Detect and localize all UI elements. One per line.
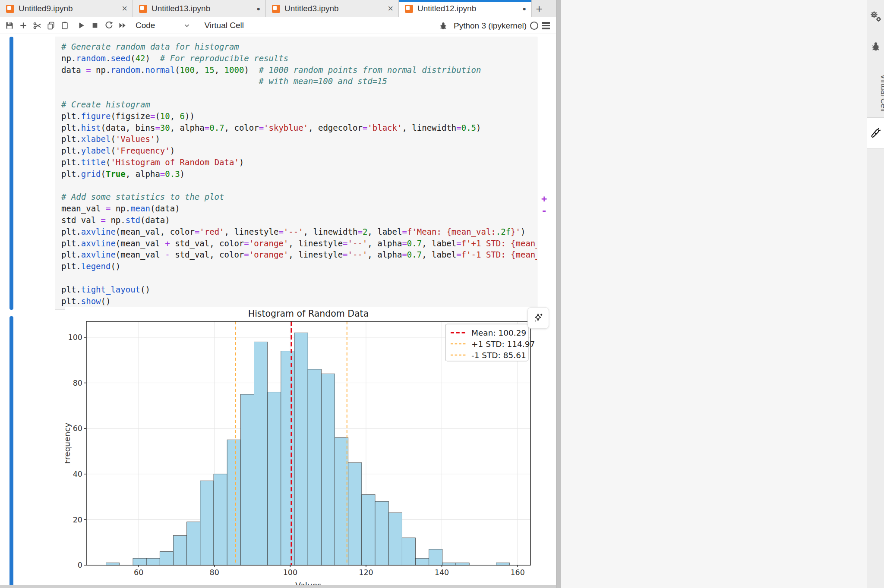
notebook-file-icon [139,5,147,13]
copy-cell-button[interactable] [44,19,58,32]
svg-text:160: 160 [510,568,524,577]
tab-untitled12-active[interactable]: Untitled12.ipynb ● [399,0,532,17]
restart-run-all-button[interactable] [116,19,129,32]
cut-cell-button[interactable] [30,19,44,32]
svg-text:Histogram of Random Data: Histogram of Random Data [248,308,369,319]
ai-sparkle-button[interactable] [527,307,549,329]
svg-text:20: 20 [73,516,82,524]
carrot-icon [870,127,881,138]
unsaved-dot-icon[interactable]: ● [523,5,526,12]
sidebar-tab-virtual-cell[interactable]: Virtual Cell [871,69,884,116]
menu-hamburger-icon[interactable] [542,22,550,29]
notebook-toolbar: Code Virtual Cell Python 3 (ipykernel) [0,17,556,34]
run-cell-button[interactable] [74,19,88,32]
run-cell-ai-panel: Run Cell AI Click to connect C + New Cha… [561,0,867,588]
output-histogram: 6080100120140160020406080100Histogram of… [65,307,557,588]
notebook-file-icon [272,5,280,13]
debugger-bug-icon[interactable] [436,19,450,32]
sidebar-tab-run-cell-ai-active[interactable] [867,117,884,148]
output-cell-indicator[interactable] [9,316,13,588]
kernel-status-icon [530,22,538,30]
add-cell-button[interactable] [16,19,30,32]
stop-kernel-button[interactable] [88,19,102,32]
tab-untitled9[interactable]: Untitled9.ipynb × [0,0,133,17]
tab-label: Untitled13.ipynb [152,4,257,13]
property-inspector-gears-icon[interactable] [867,10,884,22]
close-icon[interactable]: × [122,4,127,13]
chevron-down-icon[interactable] [180,19,194,32]
tab-bar: Untitled9.ipynb × Untitled13.ipynb ● Unt… [0,0,556,17]
new-tab-button[interactable]: + [532,0,546,17]
tab-label: Untitled3.ipynb [284,4,388,13]
tab-label: Untitled12.ipynb [417,4,523,13]
notebook-file-icon [405,5,413,13]
notebook-area: Untitled9.ipynb × Untitled13.ipynb ● Unt… [0,0,556,588]
code-cell[interactable]: # Generate random data for histogramnp.r… [55,37,537,310]
svg-text:140: 140 [435,568,449,577]
svg-text:Frequency: Frequency [65,423,72,464]
virtual-cell-mode-label: Virtual Cell [204,21,244,30]
restart-kernel-button[interactable] [102,19,116,32]
svg-text:-1 STD: 85.61: -1 STD: 85.61 [471,351,526,360]
notebook-file-icon [6,5,14,13]
right-sidebar-rail: Virtual Cell [867,0,884,588]
panel-splitter[interactable] [556,0,561,588]
svg-text:120: 120 [359,568,373,577]
active-cell-indicator[interactable] [9,37,13,310]
kernel-name[interactable]: Python 3 (ipykernel) [454,21,527,31]
tab-untitled3[interactable]: Untitled3.ipynb × [266,0,399,17]
close-icon[interactable]: × [388,4,393,13]
svg-text:+1 STD: 114.97: +1 STD: 114.97 [471,340,535,349]
svg-text:60: 60 [134,568,143,577]
svg-text:0: 0 [78,561,82,569]
svg-text:100: 100 [68,333,82,342]
svg-text:100: 100 [283,568,297,577]
svg-text:Mean: 100.29: Mean: 100.29 [471,328,526,337]
unsaved-dot-icon[interactable]: ● [257,5,260,12]
code-cell-editor[interactable]: # Generate random data for histogramnp.r… [61,41,537,307]
tab-label: Untitled9.ipynb [19,4,122,13]
save-button[interactable] [3,19,16,32]
debugger-bug-icon[interactable] [867,41,884,52]
gutter-minus-mark: - [541,205,547,216]
svg-text:60: 60 [73,424,82,433]
cell-type-select[interactable]: Code [136,21,155,30]
tab-untitled13[interactable]: Untitled13.ipynb ● [133,0,266,17]
svg-text:80: 80 [73,379,82,387]
gutter-plus-mark: + [541,193,547,204]
svg-text:80: 80 [210,568,219,577]
paste-cell-button[interactable] [58,19,72,32]
window-bottom-edge [0,585,556,588]
svg-text:40: 40 [73,470,82,478]
